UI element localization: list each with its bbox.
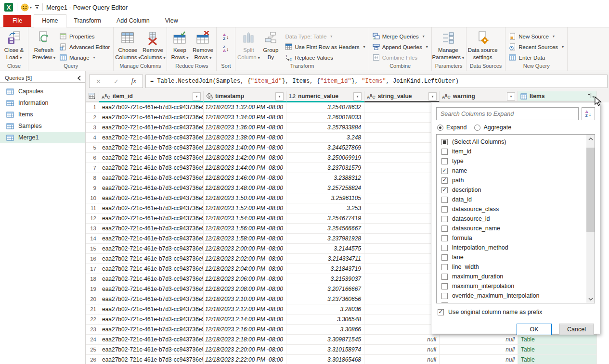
select-all-corner-button[interactable]	[86, 91, 99, 102]
sidebar-query-item[interactable]: Items	[0, 109, 85, 120]
remove-columns-button[interactable]: Remove Columns	[140, 29, 165, 61]
filter-dropdown-icon[interactable]: ▾	[353, 92, 362, 100]
sidebar-query-item[interactable]: Samples	[0, 120, 85, 132]
cell-numeric-value[interactable]: 3.248	[286, 133, 364, 143]
cell-timestamp[interactable]: 12/18/2023 2:04:00 PM -08:00	[204, 264, 286, 274]
cell-timestamp[interactable]: 12/18/2023 1:40:00 PM -08:00	[204, 143, 286, 153]
cell-item-id[interactable]: eaa27b02-721c-461e-b7d3-cc943736e559	[99, 133, 204, 143]
cell-numeric-value[interactable]: 3.254078632	[286, 102, 364, 113]
use-first-row-as-headers-button[interactable]: Use First Row as Headers	[285, 42, 365, 51]
advanced-editor-button[interactable]: Advanced Editor	[60, 42, 110, 51]
cell-timestamp[interactable]: 12/18/2023 2:06:00 PM -08:00	[204, 274, 286, 284]
cell-numeric-value[interactable]: 3.253	[286, 203, 364, 213]
properties-button[interactable]: Properties	[60, 32, 110, 41]
expand-column-option[interactable]: interpolation_method	[438, 243, 595, 252]
cell-string-value[interactable]	[364, 163, 440, 173]
cell-numeric-value[interactable]: 3.2144575	[286, 244, 364, 254]
cell-string-value[interactable]	[364, 193, 440, 203]
formula-cancel-icon[interactable]: ✕	[96, 78, 101, 85]
cell-string-value[interactable]	[364, 183, 440, 193]
column-header-string_value[interactable]: ABCstring_value▾	[364, 91, 440, 102]
filter-dropdown-icon[interactable]: ▾	[275, 92, 284, 100]
split-column-button[interactable]: Split Column	[237, 29, 260, 61]
cell-items-table-link[interactable]: Table	[518, 355, 597, 364]
cell-numeric-value[interactable]: 3.30866	[286, 325, 364, 335]
cell-string-value[interactable]: null	[364, 345, 440, 355]
ok-button[interactable]: OK	[517, 324, 552, 335]
cell-item-id[interactable]: eaa27b02-721c-461e-b7d3-cc943736e559	[99, 244, 204, 254]
cell-item-id[interactable]: eaa27b02-721c-461e-b7d3-cc943736e559	[99, 113, 204, 123]
expand-column-option[interactable]: datasource_id	[438, 214, 595, 224]
cell-timestamp[interactable]: 12/18/2023 1:58:00 PM -08:00	[204, 234, 286, 244]
expand-radio[interactable]: Expand	[437, 124, 466, 131]
cell-item-id[interactable]: eaa27b02-721c-461e-b7d3-cc943736e559	[99, 234, 204, 244]
cell-timestamp[interactable]: 12/18/2023 1:48:00 PM -08:00	[204, 183, 286, 193]
cell-timestamp[interactable]: 12/18/2023 2:18:00 PM -08:00	[204, 335, 286, 345]
cell-timestamp[interactable]: 12/18/2023 2:02:00 PM -08:00	[204, 254, 286, 264]
column-header-Items[interactable]: Items	[518, 91, 597, 102]
cell-timestamp[interactable]: 12/18/2023 1:42:00 PM -08:00	[204, 153, 286, 163]
cell-string-value[interactable]	[364, 213, 440, 224]
tab-transform[interactable]: Transform	[66, 15, 109, 27]
cell-timestamp[interactable]: 12/18/2023 2:10:00 PM -08:00	[204, 294, 286, 304]
cell-item-id[interactable]: eaa27b02-721c-461e-b7d3-cc943736e559	[99, 173, 204, 183]
keep-rows-button[interactable]: Keep Rows	[168, 29, 191, 61]
cell-string-value[interactable]	[364, 143, 440, 153]
cell-item-id[interactable]: eaa27b02-721c-461e-b7d3-cc943736e559	[99, 355, 204, 364]
cell-string-value[interactable]	[364, 123, 440, 133]
cell-item-id[interactable]: eaa27b02-721c-461e-b7d3-cc943736e559	[99, 335, 204, 345]
search-columns-input[interactable]	[436, 107, 579, 120]
cell-timestamp[interactable]: 12/18/2023 2:08:00 PM -08:00	[204, 284, 286, 294]
column-header-timestamp[interactable]: timestamp▾	[204, 91, 286, 102]
cell-numeric-value[interactable]: 3.254677419	[286, 213, 364, 224]
expand-column-option[interactable]: permission_inheritance_disabled	[438, 301, 595, 303]
cell-timestamp[interactable]: 12/18/2023 1:32:00 PM -08:00	[204, 102, 286, 113]
column-header-numeric_value[interactable]: 1.2numeric_value▾	[286, 91, 364, 102]
cell-item-id[interactable]: eaa27b02-721c-461e-b7d3-cc943736e559	[99, 304, 204, 314]
formula-input[interactable]: = Table.NestedJoin(Samples, {"item_id"},…	[145, 75, 608, 88]
group-by-button[interactable]: Group By	[260, 29, 281, 61]
cell-numeric-value[interactable]: 3.260018033	[286, 113, 364, 123]
expand-column-option[interactable]: (Select All Columns)	[438, 137, 595, 147]
cell-timestamp[interactable]: 12/18/2023 1:50:00 PM -08:00	[204, 193, 286, 203]
cell-timestamp[interactable]: 12/18/2023 1:38:00 PM -08:00	[204, 133, 286, 143]
feedback-smiley-button[interactable]: ▾	[21, 3, 32, 12]
cell-numeric-value[interactable]: 3.244527869	[286, 143, 364, 153]
aggregate-radio[interactable]: Aggregate	[474, 124, 511, 131]
cell-numeric-value[interactable]: 3.2388312	[286, 173, 364, 183]
cell-numeric-value[interactable]: 3.301865468	[286, 355, 364, 364]
cell-string-value[interactable]	[364, 314, 440, 325]
cell-numeric-value[interactable]: 3.25961105	[286, 193, 364, 203]
cell-string-value[interactable]	[364, 224, 440, 234]
replace-values-button[interactable]: 1 2 Replace Values	[285, 53, 365, 62]
cell-timestamp[interactable]: 12/18/2023 2:22:00 PM -08:00	[204, 355, 286, 364]
cancel-button[interactable]: Cancel	[559, 324, 594, 335]
cell-timestamp[interactable]: 12/18/2023 1:54:00 PM -08:00	[204, 213, 286, 224]
expand-column-option[interactable]: item_id	[438, 147, 595, 156]
cell-warning[interactable]: null	[440, 355, 518, 364]
filter-dropdown-icon[interactable]: ▾	[428, 92, 437, 100]
cell-numeric-value[interactable]: 3.214334711	[286, 254, 364, 264]
refresh-preview-button[interactable]: Refresh Preview	[30, 29, 58, 61]
cell-warning[interactable]: null	[440, 345, 518, 355]
cell-numeric-value[interactable]: 3.21843719	[286, 264, 364, 274]
sort-columns-button[interactable]: AZ↓	[582, 107, 595, 120]
expand-column-option[interactable]: formula	[438, 233, 595, 243]
remove-rows-button[interactable]: Remove Rows	[191, 29, 215, 61]
cell-item-id[interactable]: eaa27b02-721c-461e-b7d3-cc943736e559	[99, 143, 204, 153]
list-scrollbar[interactable]	[586, 135, 595, 303]
tab-view[interactable]: View	[157, 15, 186, 27]
cell-string-value[interactable]	[364, 254, 440, 264]
scroll-up-icon[interactable]	[586, 135, 595, 143]
cell-item-id[interactable]: eaa27b02-721c-461e-b7d3-cc943736e559	[99, 325, 204, 335]
cell-string-value[interactable]	[364, 133, 440, 143]
cell-string-value[interactable]: null	[364, 355, 440, 364]
cell-string-value[interactable]	[364, 234, 440, 244]
expand-column-option[interactable]: maximum_interpolation	[438, 281, 595, 291]
cell-timestamp[interactable]: 12/18/2023 2:00:00 PM -08:00	[204, 244, 286, 254]
tab-file[interactable]: File	[3, 15, 31, 27]
scrollbar-thumb[interactable]	[586, 148, 595, 232]
cell-string-value[interactable]	[364, 264, 440, 274]
enter-data-button[interactable]: Enter Data	[509, 53, 564, 62]
tab-add-column[interactable]: Add Column	[109, 15, 157, 27]
